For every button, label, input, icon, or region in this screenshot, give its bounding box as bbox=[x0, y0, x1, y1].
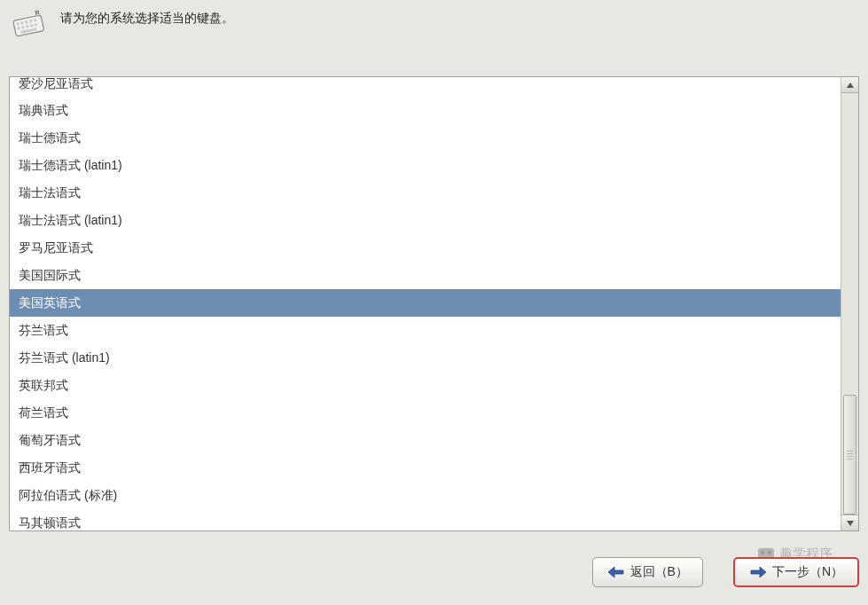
list-item[interactable]: 瑞士德语式 (latin1) bbox=[10, 152, 841, 179]
list-item[interactable]: 西班牙语式 bbox=[10, 454, 841, 482]
scroll-thumb[interactable] bbox=[843, 395, 856, 515]
svg-rect-8 bbox=[26, 25, 29, 28]
button-bar: 返回（B） 下一步（N） bbox=[592, 557, 859, 587]
header: R 请为您的系统选择适当的键盘。 bbox=[0, 0, 868, 50]
list-item[interactable]: 芬兰语式 bbox=[10, 317, 841, 344]
list-item[interactable]: 马其顿语式 bbox=[10, 509, 841, 530]
back-button[interactable]: 返回（B） bbox=[592, 557, 703, 587]
list-item[interactable]: 爱沙尼亚语式 bbox=[10, 77, 841, 97]
svg-rect-9 bbox=[30, 24, 34, 28]
svg-rect-6 bbox=[17, 27, 20, 30]
list-item[interactable]: 瑞士法语式 bbox=[10, 179, 841, 207]
chevron-down-icon bbox=[847, 521, 854, 526]
list-item[interactable]: 瑞士德语式 bbox=[10, 124, 841, 152]
list-item[interactable]: 瑞典语式 bbox=[10, 97, 841, 124]
keyboard-icon: R bbox=[9, 5, 48, 44]
list-item[interactable]: 荷兰语式 bbox=[10, 399, 841, 427]
svg-rect-2 bbox=[20, 21, 24, 25]
arrow-right-icon bbox=[749, 565, 767, 579]
svg-rect-1 bbox=[16, 22, 20, 26]
scrollbar[interactable] bbox=[841, 77, 858, 530]
list-item[interactable]: 阿拉伯语式 (标准) bbox=[10, 482, 841, 509]
arrow-left-icon bbox=[607, 565, 625, 579]
scroll-down-button[interactable] bbox=[841, 515, 858, 530]
chevron-up-icon bbox=[847, 82, 854, 88]
list-item[interactable]: 美国国际式 bbox=[10, 262, 841, 289]
list-item-selected[interactable]: 美国英语式 bbox=[10, 289, 841, 317]
svg-rect-10 bbox=[35, 23, 38, 27]
scroll-track[interactable] bbox=[841, 93, 858, 530]
list-item[interactable]: 英联邦式 bbox=[10, 372, 841, 399]
instruction-text: 请为您的系统选择适当的键盘。 bbox=[60, 5, 234, 27]
list-item[interactable]: 瑞士法语式 (latin1) bbox=[10, 207, 841, 234]
keyboard-list[interactable]: 爱沙尼亚语式 瑞典语式 瑞士德语式 瑞士德语式 (latin1) 瑞士法语式 瑞… bbox=[10, 77, 841, 530]
list-item[interactable]: 葡萄牙语式 bbox=[10, 427, 841, 454]
back-button-label: 返回（B） bbox=[630, 564, 688, 580]
list-item[interactable]: 罗马尼亚语式 bbox=[10, 234, 841, 262]
svg-rect-4 bbox=[29, 20, 33, 23]
list-item[interactable]: 芬兰语式 (latin1) bbox=[10, 344, 841, 372]
svg-rect-5 bbox=[34, 19, 37, 22]
svg-rect-3 bbox=[25, 20, 28, 24]
svg-rect-7 bbox=[21, 26, 25, 29]
next-button[interactable]: 下一步（N） bbox=[733, 557, 859, 587]
scroll-up-button[interactable] bbox=[841, 77, 858, 93]
next-button-label: 下一步（N） bbox=[772, 564, 843, 580]
keyboard-list-container: 爱沙尼亚语式 瑞典语式 瑞士德语式 瑞士德语式 (latin1) 瑞士法语式 瑞… bbox=[9, 76, 859, 531]
svg-text:R: R bbox=[35, 9, 40, 16]
